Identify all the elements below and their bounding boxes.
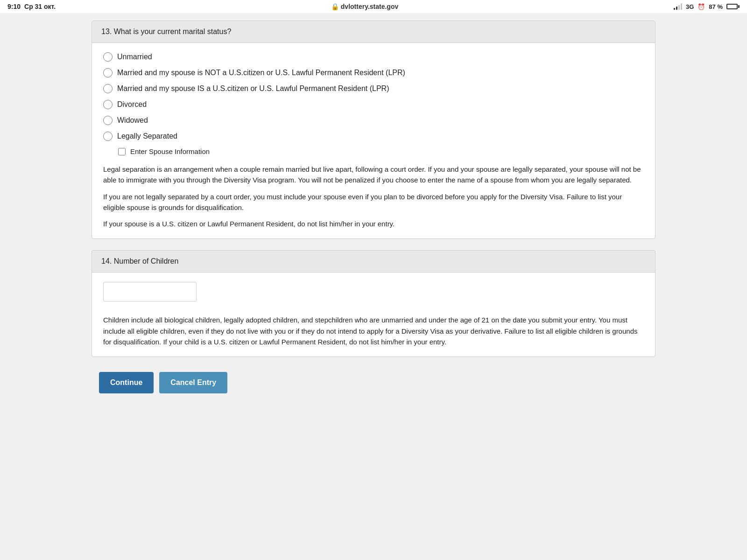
section-14-header: 14. Number of Children [92,251,655,273]
section-14-title: 14. Number of Children [101,257,178,265]
section-14-card: 14. Number of Children Children include … [92,250,655,357]
legal-text-block: Legal separation is an arrangement when … [103,164,644,229]
legal-text-2: If you are not legally separated by a co… [103,191,644,213]
alarm-icon: ⏰ [698,3,705,10]
label-widowed: Widowed [117,116,148,125]
option-legally-separated[interactable]: Legally Separated [103,132,644,141]
radio-unmarried[interactable] [103,52,113,62]
section-13-title: 13. What is your current marital status? [101,28,231,35]
action-button-row: Continue Cancel Entry [92,368,655,405]
checkbox-enter-spouse[interactable] [118,148,126,155]
legal-text-3: If your spouse is a U.S. citizen or Lawf… [103,218,644,229]
label-married-is: Married and my spouse IS a U.S.citizen o… [117,84,389,93]
marital-status-radio-group: Unmarried Married and my spouse is NOT a… [103,52,644,155]
option-divorced[interactable]: Divorced [103,100,644,109]
main-content: 13. What is your current marital status?… [84,13,663,412]
section-13-header: 13. What is your current marital status? [92,21,655,43]
lock-icon: 🔒 [331,3,339,10]
radio-divorced[interactable] [103,100,113,109]
cancel-entry-button[interactable]: Cancel Entry [159,372,227,393]
section-14-body: Children include all biological children… [92,273,655,357]
url-bar-inline: 🔒 dvlottery.state.gov [331,3,398,10]
radio-married-is[interactable] [103,84,113,93]
date: Ср 31 окт. [24,3,56,10]
label-enter-spouse: Enter Spouse Information [130,147,210,155]
radio-married-not[interactable] [103,68,113,77]
children-count-input[interactable] [103,282,197,301]
section-13-body: Unmarried Married and my spouse is NOT a… [92,43,655,238]
battery-icon [726,4,740,9]
radio-widowed[interactable] [103,116,113,125]
continue-button[interactable]: Continue [99,372,154,393]
option-widowed[interactable]: Widowed [103,116,644,125]
label-divorced: Divorced [117,100,147,109]
label-legally-separated: Legally Separated [117,132,177,140]
label-unmarried: Unmarried [117,53,152,61]
status-bar: 9:10 Ср 31 окт. 🔒 dvlottery.state.gov 3G… [0,0,747,13]
option-married-not[interactable]: Married and my spouse is NOT a U.S.citiz… [103,68,644,77]
label-married-not: Married and my spouse is NOT a U.S.citiz… [117,69,405,77]
section-13-card: 13. What is your current marital status?… [92,21,655,239]
signal-icon [674,3,682,10]
battery-percent: 87 % [709,3,723,10]
status-bar-right: 3G ⏰ 87 % [674,3,740,10]
option-unmarried[interactable]: Unmarried [103,52,644,62]
status-bar-left: 9:10 Ср 31 окт. [7,3,56,10]
url-text: dvlottery.state.gov [341,3,398,10]
radio-legally-separated[interactable] [103,132,113,141]
legal-text-1: Legal separation is an arrangement when … [103,164,644,186]
option-married-is[interactable]: Married and my spouse IS a U.S.citizen o… [103,84,644,93]
children-legal-text: Children include all biological children… [103,315,644,347]
enter-spouse-info-checkbox-label[interactable]: Enter Spouse Information [118,147,644,155]
time: 9:10 [7,3,21,10]
network-type: 3G [686,3,694,10]
